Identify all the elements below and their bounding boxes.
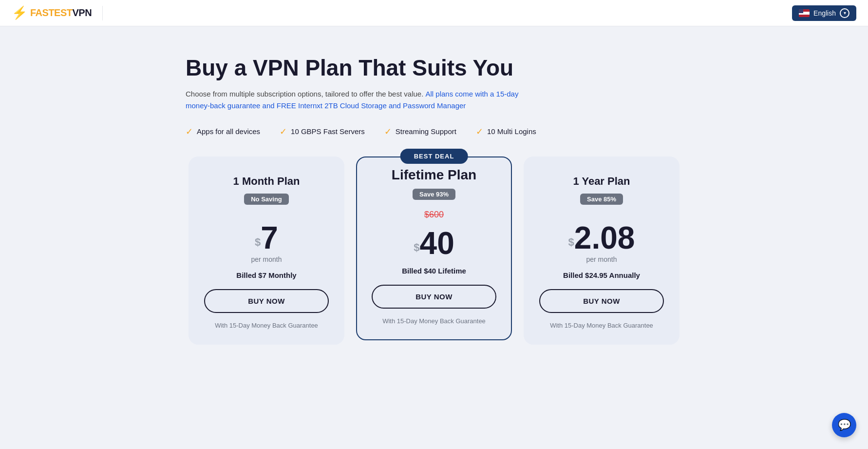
main-content: Buy a VPN Plan That Suits You Choose fro…: [166, 26, 702, 364]
chevron-down-icon: [840, 8, 849, 18]
feature-item: ✓ 10 GBPS Fast Servers: [280, 126, 365, 137]
lifetime-price-symbol: $: [414, 241, 419, 253]
us-flag-icon: [799, 9, 810, 17]
logo[interactable]: ⚡ FASTESTVPN: [12, 5, 111, 20]
monthly-price: $7 per month: [204, 222, 329, 263]
lifetime-buy-button[interactable]: BUY NOW: [372, 285, 496, 309]
monthly-price-main: 7: [261, 220, 278, 255]
lifetime-plan-card: BEST DEAL Lifetime Plan Save 93% $600 $4…: [356, 156, 512, 340]
monthly-plan-name: 1 Month Plan: [204, 175, 329, 188]
monthly-price-period: per month: [204, 255, 329, 263]
lifetime-billed-text: Billed $40 Lifetime: [372, 267, 496, 275]
logo-text: FASTESTVPN: [30, 7, 92, 19]
checkmark-icon: ✓: [186, 126, 193, 137]
monthly-guarantee: With 15-Day Money Back Guarantee: [204, 322, 329, 329]
subtitle-plain: Choose from multiple subscription option…: [186, 90, 423, 98]
yearly-buy-button[interactable]: BUY NOW: [539, 289, 664, 313]
yearly-price: $2.08 per month: [539, 222, 664, 263]
yearly-saving-badge: Save 85%: [580, 194, 623, 205]
lifetime-saving-badge: Save 93%: [413, 189, 455, 200]
subtitle: Choose from multiple subscription option…: [186, 88, 536, 112]
monthly-saving-badge: No Saving: [244, 194, 289, 205]
page-title: Buy a VPN Plan That Suits You: [186, 56, 682, 80]
lifetime-price-main: 40: [420, 226, 454, 261]
feature-label: 10 GBPS Fast Servers: [291, 127, 365, 136]
chat-icon: 💬: [838, 419, 851, 431]
yearly-plan-card: 1 Year Plan Save 85% $2.08 per month Bil…: [524, 156, 679, 345]
feature-label: Streaming Support: [396, 127, 456, 136]
lifetime-original-price: $600: [372, 210, 496, 220]
monthly-price-symbol: $: [255, 235, 261, 248]
feature-label: 10 Multi Logins: [487, 127, 536, 136]
yearly-billed-text: Billed $24.95 Annually: [539, 271, 664, 279]
monthly-billed-text: Billed $7 Monthly: [204, 271, 329, 279]
language-label: English: [813, 9, 836, 17]
header: ⚡ FASTESTVPN English: [0, 0, 868, 26]
chat-support-button[interactable]: 💬: [832, 413, 856, 437]
logo-separator: [102, 6, 103, 20]
features-list: ✓ Apps for all devices ✓ 10 GBPS Fast Se…: [186, 126, 682, 137]
checkmark-icon: ✓: [280, 126, 287, 137]
checkmark-icon: ✓: [384, 126, 392, 137]
pricing-cards: 1 Month Plan No Saving $7 per month Bill…: [186, 156, 682, 345]
language-selector[interactable]: English: [792, 5, 856, 21]
monthly-plan-card: 1 Month Plan No Saving $7 per month Bill…: [189, 156, 344, 345]
feature-label: Apps for all devices: [197, 127, 260, 136]
feature-item: ✓ Streaming Support: [384, 126, 456, 137]
yearly-plan-name: 1 Year Plan: [539, 175, 664, 188]
yearly-price-symbol: $: [568, 235, 574, 248]
lifetime-plan-name: Lifetime Plan: [372, 167, 496, 183]
lifetime-price: $40: [372, 228, 496, 259]
checkmark-icon: ✓: [476, 126, 483, 137]
lifetime-guarantee: With 15-Day Money Back Guarantee: [372, 317, 496, 325]
yearly-guarantee: With 15-Day Money Back Guarantee: [539, 322, 664, 329]
lightning-icon: ⚡: [12, 5, 27, 20]
monthly-buy-button[interactable]: BUY NOW: [204, 289, 329, 313]
best-deal-badge: BEST DEAL: [400, 149, 468, 164]
yearly-price-main: 2.08: [574, 220, 635, 255]
feature-item: ✓ Apps for all devices: [186, 126, 260, 137]
yearly-price-period: per month: [539, 255, 664, 263]
feature-item: ✓ 10 Multi Logins: [476, 126, 536, 137]
